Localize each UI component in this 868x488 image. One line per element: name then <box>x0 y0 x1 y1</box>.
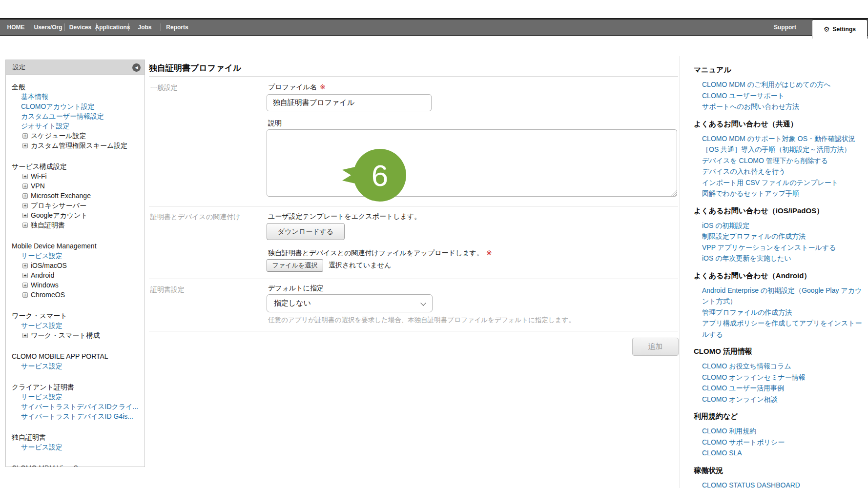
file-select-button[interactable]: ファイルを選択 <box>267 259 323 272</box>
help-link[interactable]: サポートへのお問い合わせ方法 <box>694 101 863 112</box>
help-link[interactable]: デバイスの入れ替えを行う <box>694 166 863 177</box>
sidebar-item-label: ワーク・スマート構成 <box>31 330 100 340</box>
sidebar-link[interactable]: サービス設定 <box>12 442 141 452</box>
help-section-heading: マニュアル <box>694 65 863 75</box>
sidebar-item-label: 基本情報 <box>21 93 48 101</box>
expand-plus-icon[interactable]: + <box>22 174 28 179</box>
profile-name-label: プロファイル名※ <box>268 83 326 92</box>
expand-plus-icon[interactable]: + <box>22 203 28 208</box>
sidebar-item-label: VPN <box>31 181 45 191</box>
expand-plus-icon[interactable]: + <box>22 283 28 288</box>
required-mark: ※ <box>320 83 326 91</box>
help-link[interactable]: CLOMO ユーザーサポート <box>694 90 863 102</box>
help-link[interactable]: CLOMO 利用規約 <box>694 426 863 437</box>
expand-plus-icon[interactable]: + <box>22 223 28 228</box>
sidebar-section-heading: CLOMO MOBILE APP PORTAL <box>12 351 141 361</box>
sidebar-expand-item[interactable]: +VPN <box>12 181 141 191</box>
default-designation-select[interactable]: 指定しない <box>267 294 433 312</box>
nav-item-home[interactable]: HOME <box>0 23 32 31</box>
profile-name-input[interactable] <box>267 94 432 111</box>
expand-plus-icon[interactable]: + <box>22 273 28 278</box>
help-section-heading: よくあるお問い合わせ（iOS/iPadOS） <box>694 206 863 216</box>
section-label-cert: 証明書設定 <box>150 285 185 294</box>
help-link[interactable]: CLOMO サポートポリシー <box>694 437 863 448</box>
sidebar-link[interactable]: サイバートラストデバイスID G4is... <box>12 411 141 421</box>
help-link[interactable]: CLOMO オンライン相談 <box>694 394 863 405</box>
help-link[interactable]: CLOMO ユーザー活用事例 <box>694 383 863 394</box>
sidebar-section-heading: CLOMO MDM View Sync <box>12 463 141 467</box>
help-link[interactable]: CLOMO SLA <box>694 447 863 459</box>
expand-plus-icon[interactable]: + <box>22 183 28 189</box>
sidebar-link[interactable]: カスタムユーザー情報設定 <box>12 111 141 121</box>
sidebar-link[interactable]: サービス設定 <box>12 361 141 371</box>
sidebar-link[interactable]: サイバートラストデバイスIDクライ... <box>12 402 141 411</box>
nav-item-devices[interactable]: Devices <box>64 23 97 31</box>
sidebar-expand-item[interactable]: +Googleアカウント <box>12 210 141 220</box>
help-link[interactable]: iOS の初期設定 <box>694 220 863 231</box>
sidebar-expand-item[interactable]: +プロキシサーバー <box>12 201 141 210</box>
sidebar-item-label: Wi-Fi <box>31 171 47 181</box>
help-link[interactable]: CLOMO STATUS DASHBOARD <box>694 480 863 488</box>
help-link[interactable]: VPP アプリケーションをインストールする <box>694 242 863 253</box>
expand-plus-icon[interactable]: + <box>22 333 28 338</box>
section-divider <box>149 279 678 279</box>
help-link[interactable]: Android Enterprise の初期設定（Google Play アカウ… <box>694 285 863 307</box>
sidebar-link[interactable]: 基本情報 <box>12 92 141 102</box>
sidebar-section-heading: サービス構成設定 <box>12 162 141 171</box>
sidebar-expand-item[interactable]: +ChromeOS <box>12 290 141 300</box>
sidebar-expand-item[interactable]: +スケジュール設定 <box>12 131 141 141</box>
help-link[interactable]: アプリ構成ポリシーを作成してアプリをインストールする <box>694 318 863 340</box>
help-link[interactable]: CLOMO お役立ち情報コラム <box>694 361 863 372</box>
add-button[interactable]: 追加 <box>632 338 679 356</box>
help-link[interactable]: インポート用 CSV ファイルのテンプレート <box>694 177 863 188</box>
settings-tab-label: Settings <box>833 26 856 33</box>
sidebar-item-label: ジオサイト設定 <box>21 122 70 130</box>
sidebar-item-label: サイバートラストデバイスIDクライ... <box>21 403 138 410</box>
sidebar-expand-item[interactable]: +Microsoft Exchange <box>12 191 141 201</box>
sidebar-expand-item[interactable]: +Windows <box>12 280 141 290</box>
sidebar-item-label: サービス設定 <box>21 443 62 451</box>
nav-item-applications[interactable]: Applications <box>97 23 129 31</box>
sidebar-item-label: サービス設定 <box>21 252 62 260</box>
collapse-sidebar-button[interactable]: ◀ <box>132 63 141 72</box>
sidebar-expand-item[interactable]: +Android <box>12 270 141 280</box>
expand-plus-icon[interactable]: + <box>22 213 28 218</box>
help-link[interactable]: ［OS 共通］導入の手順（初期設定～活用方法） <box>694 144 863 155</box>
help-link[interactable]: iOS の年次更新を実施したい <box>694 253 863 264</box>
sidebar-expand-item[interactable]: +独自証明書 <box>12 220 141 230</box>
sidebar-expand-item[interactable]: +カスタム管理権限スキーム設定 <box>12 141 141 150</box>
help-section-heading: CLOMO 活用情報 <box>694 346 863 356</box>
download-button[interactable]: ダウンロードする <box>267 223 345 240</box>
sidebar-expand-item[interactable]: +ワーク・スマート構成 <box>12 330 141 340</box>
sidebar-item-label: サービス設定 <box>21 362 62 370</box>
expand-plus-icon[interactable]: + <box>22 143 28 148</box>
sidebar-link[interactable]: サービス設定 <box>12 392 141 402</box>
sidebar-link[interactable]: ジオサイト設定 <box>12 121 141 131</box>
help-link[interactable]: デバイスを CLOMO 管理下から削除する <box>694 155 863 166</box>
help-link[interactable]: 管理プロファイルの作成方法 <box>694 307 863 318</box>
sidebar-item-label: CLOMOアカウント設定 <box>21 102 95 110</box>
nav-item-support[interactable]: Support <box>774 20 796 35</box>
description-textarea[interactable] <box>267 129 677 197</box>
sidebar-expand-item[interactable]: +Wi-Fi <box>12 171 141 181</box>
help-link[interactable]: CLOMO オンラインセミナー情報 <box>694 372 863 383</box>
nav-item-usersorg[interactable]: Users/Org <box>32 23 64 31</box>
sidebar-item-label: カスタム管理権限スキーム設定 <box>31 141 127 150</box>
sidebar-item-label: Windows <box>31 280 59 290</box>
expand-plus-icon[interactable]: + <box>22 193 28 199</box>
help-link[interactable]: CLOMO MDM のご利用がはじめての方へ <box>694 79 863 90</box>
sidebar-link[interactable]: サービス設定 <box>12 251 141 261</box>
sidebar-expand-item[interactable]: +iOS/macOS <box>12 261 141 270</box>
expand-plus-icon[interactable]: + <box>22 133 28 139</box>
expand-plus-icon[interactable]: + <box>22 263 28 268</box>
sidebar-content: 全般基本情報CLOMOアカウント設定カスタムユーザー情報設定ジオサイト設定+スケ… <box>6 75 145 467</box>
help-link[interactable]: 図解でわかるセットアップ手順 <box>694 188 863 199</box>
page-title: 独自証明書プロファイル <box>149 62 241 74</box>
clomo-settings-page: HOMEUsers/OrgDevicesApplicationsJobsRepo… <box>0 0 868 488</box>
expand-plus-icon[interactable]: + <box>22 292 28 298</box>
sidebar-link[interactable]: サービス設定 <box>12 321 141 330</box>
sidebar-link[interactable]: CLOMOアカウント設定 <box>12 102 141 111</box>
tab-settings[interactable]: ⚙ Settings <box>812 20 868 39</box>
help-link[interactable]: CLOMO MDM のサポート対象 OS・動作確認状況 <box>694 133 863 144</box>
help-link[interactable]: 制限設定プロファイルの作成方法 <box>694 231 863 242</box>
